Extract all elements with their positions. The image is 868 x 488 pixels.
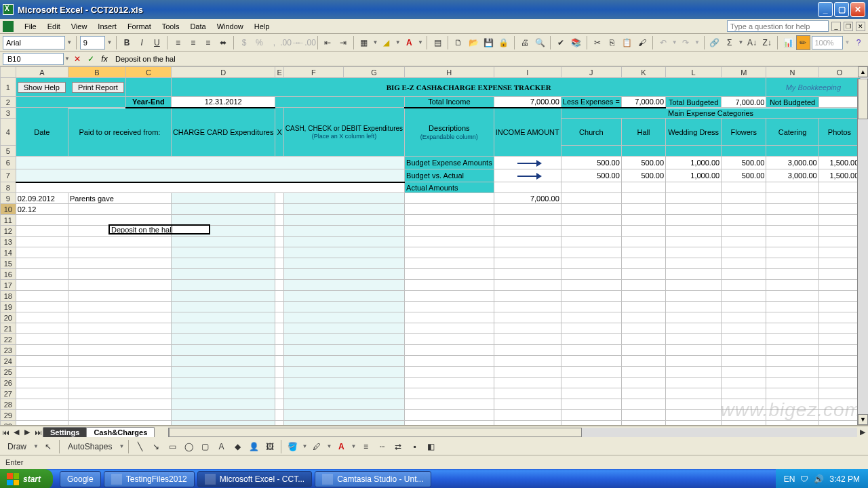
cell[interactable] <box>275 193 283 204</box>
cell[interactable] <box>171 356 275 367</box>
cell[interactable] <box>666 258 722 269</box>
budget-value[interactable]: 1,500.00 <box>818 157 861 169</box>
cell[interactable] <box>405 345 494 356</box>
cell[interactable] <box>621 237 665 247</box>
cell[interactable] <box>766 345 818 356</box>
cell[interactable] <box>766 247 818 258</box>
line-style-button[interactable]: ≡ <box>358 439 373 454</box>
cell[interactable] <box>666 146 722 157</box>
cell[interactable] <box>818 97 861 108</box>
arrow-button[interactable]: ↘ <box>149 439 163 454</box>
cell[interactable] <box>561 378 621 388</box>
cell[interactable] <box>68 302 171 312</box>
cell[interactable] <box>68 421 171 426</box>
cell[interactable] <box>494 334 561 345</box>
cell[interactable] <box>405 378 494 388</box>
hyperlink-button[interactable]: 🔗 <box>707 35 721 50</box>
cell[interactable] <box>722 215 766 226</box>
cell[interactable] <box>405 269 494 280</box>
cell[interactable] <box>818 182 861 193</box>
chart-wizard-button[interactable]: 📊 <box>781 35 795 50</box>
cell[interactable] <box>494 258 561 269</box>
cell[interactable] <box>766 334 818 345</box>
row-header[interactable]: 7 <box>1 169 16 182</box>
cell[interactable] <box>283 410 404 421</box>
cell[interactable] <box>766 146 818 157</box>
maximize-button[interactable]: ▢ <box>834 2 849 17</box>
row-header[interactable]: 17 <box>1 280 16 291</box>
cell[interactable] <box>561 334 621 345</box>
cell[interactable] <box>818 334 861 345</box>
cell[interactable] <box>666 399 722 410</box>
cell[interactable] <box>283 378 404 388</box>
horizontal-scrollbar[interactable] <box>168 428 857 437</box>
borders-dropdown-icon[interactable]: ▼ <box>372 39 378 45</box>
cell[interactable] <box>283 399 404 410</box>
cell[interactable] <box>405 312 494 323</box>
cell[interactable] <box>171 399 275 410</box>
help-search-input[interactable] <box>727 20 829 32</box>
cell[interactable] <box>405 258 494 269</box>
cell[interactable] <box>561 258 621 269</box>
tray-icon[interactable]: 🔊 <box>814 474 824 484</box>
cell[interactable] <box>561 410 621 421</box>
cell[interactable] <box>722 291 766 302</box>
cell[interactable] <box>283 312 404 323</box>
cell[interactable] <box>494 312 561 323</box>
align-center-button[interactable]: ≡ <box>186 35 200 50</box>
cell[interactable] <box>16 312 68 323</box>
cell[interactable] <box>16 215 68 226</box>
name-box[interactable]: B10 <box>3 53 64 65</box>
cell[interactable] <box>16 367 68 378</box>
cell[interactable] <box>16 356 68 367</box>
cell[interactable] <box>405 204 494 215</box>
cell[interactable] <box>561 345 621 356</box>
cell[interactable] <box>561 146 621 157</box>
row-header[interactable]: 21 <box>1 323 16 334</box>
cell[interactable] <box>621 388 665 399</box>
row-header[interactable]: 30 <box>1 421 16 426</box>
cell[interactable] <box>16 226 68 237</box>
cell[interactable] <box>621 367 665 378</box>
cell[interactable] <box>405 334 494 345</box>
total-income-value[interactable]: 7,000.00 <box>494 97 561 108</box>
cell[interactable] <box>561 215 621 226</box>
increase-indent-button[interactable]: ⇥ <box>336 35 350 50</box>
row-header[interactable]: 24 <box>1 356 16 367</box>
cell[interactable] <box>561 280 621 291</box>
row-header[interactable]: 16 <box>1 269 16 280</box>
cell[interactable] <box>16 258 68 269</box>
diagram-button[interactable]: ◆ <box>230 439 245 454</box>
cell[interactable] <box>766 291 818 302</box>
cell[interactable] <box>68 356 171 367</box>
cell[interactable] <box>722 280 766 291</box>
cell[interactable] <box>666 410 722 421</box>
cell[interactable] <box>722 258 766 269</box>
print-preview-button[interactable]: 🔍 <box>533 35 547 50</box>
row-header[interactable]: 27 <box>1 388 16 399</box>
permission-button[interactable]: 🔒 <box>497 35 511 50</box>
row-header[interactable]: 13 <box>1 237 16 247</box>
cell[interactable] <box>722 226 766 237</box>
cell[interactable]: Show Help Print Report <box>16 78 125 97</box>
cell[interactable] <box>405 215 494 226</box>
cell[interactable] <box>621 378 665 388</box>
cell[interactable] <box>666 182 722 193</box>
cell[interactable] <box>283 367 404 378</box>
cell[interactable] <box>666 269 722 280</box>
cell[interactable] <box>666 247 722 258</box>
cell[interactable] <box>283 291 404 302</box>
cell[interactable] <box>16 399 68 410</box>
col-header[interactable]: O <box>818 67 861 78</box>
cell[interactable] <box>275 421 283 426</box>
mdi-close[interactable]: ✕ <box>856 22 865 31</box>
mdi-restore[interactable]: ❐ <box>844 22 853 31</box>
cell[interactable] <box>283 421 404 426</box>
cell[interactable] <box>666 367 722 378</box>
col-header[interactable]: C <box>125 67 171 78</box>
col-header[interactable]: J <box>561 67 621 78</box>
budget-vs-value[interactable]: 1,000.00 <box>666 169 722 182</box>
clipart-button[interactable]: 👤 <box>246 439 261 454</box>
sort-asc-button[interactable]: A↓ <box>745 35 759 50</box>
borders-button[interactable]: ▦ <box>357 35 371 50</box>
